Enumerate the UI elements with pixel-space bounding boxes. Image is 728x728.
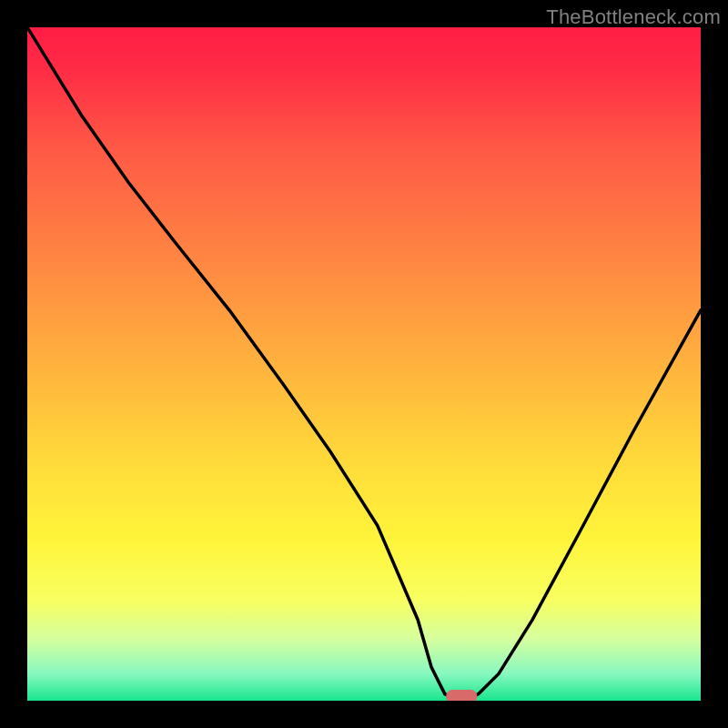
bottleneck-curve (27, 27, 701, 701)
minimum-marker (446, 690, 477, 701)
chart-frame: TheBottleneck.com (0, 0, 728, 728)
bottleneck-curve-svg (27, 27, 701, 701)
watermark-text: TheBottleneck.com (546, 5, 721, 29)
plot-area (27, 27, 701, 701)
